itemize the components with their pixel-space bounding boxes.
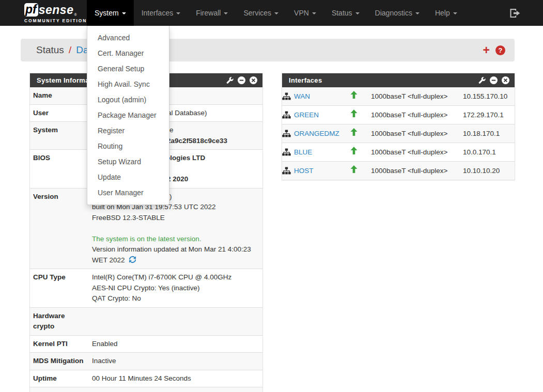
value-line: Version information updated at Mon Mar 2… [92, 244, 259, 255]
chevron-down-icon [415, 12, 420, 14]
sysinfo-row-current: CurrentMon Mar 21 4:10:40 WET 2022 [30, 387, 262, 392]
sysinfo-row-mds-mitigation: MDS MitigationInactive [30, 353, 262, 370]
row-label: Kernel PTI [30, 335, 92, 353]
row-label: Hardware crypto [30, 307, 92, 335]
nav-item-system[interactable]: System [87, 0, 134, 26]
interface-name-cell: ORANGEDMZ [282, 124, 350, 143]
menu-item-logout-admin[interactable]: Logout (admin) [87, 92, 169, 107]
interface-ip: 10.18.170.1 [463, 124, 515, 143]
interface-status-cell [350, 143, 371, 162]
breadcrumb-section: Status [36, 44, 64, 56]
sitemap-icon [282, 148, 291, 156]
panel-title: Interfaces [289, 76, 322, 84]
help-icon[interactable]: ? [495, 45, 505, 55]
interface-link-host[interactable]: HOST [294, 167, 314, 175]
close-icon[interactable] [502, 76, 509, 84]
value-line: Intel(R) Core(TM) i7-6700K CPU @ 4.00GHz [92, 272, 259, 283]
menu-item-general-setup[interactable]: General Setup [87, 61, 169, 76]
row-value: Enabled [92, 335, 262, 353]
interface-name-cell: WAN [282, 87, 350, 106]
pfsense-logo[interactable]: pfsense® COMMUNITY EDITION [0, 0, 87, 26]
logo-pf-badge: pf [24, 3, 38, 17]
row-label: BIOS [30, 150, 92, 189]
menu-item-user-manager[interactable]: User Manager [87, 185, 169, 200]
row-label: System [30, 122, 92, 150]
refresh-icon[interactable] [129, 256, 136, 263]
interface-link-orangedmz[interactable]: ORANGEDMZ [294, 130, 339, 137]
value-line [92, 311, 259, 322]
menu-item-advanced[interactable]: Advanced [87, 30, 169, 45]
menu-item-routing[interactable]: Routing [87, 138, 169, 154]
interface-link-blue[interactable]: BLUE [294, 148, 312, 156]
interface-ip: 10.0.170.1 [463, 143, 515, 162]
nav-item-diagnostics[interactable]: Diagnostics [367, 0, 427, 26]
nav-item-services[interactable]: Services [236, 0, 286, 26]
interface-link-wan[interactable]: WAN [294, 92, 310, 100]
interface-row-orangedmz: ORANGEDMZ1000baseT <full-duplex>10.18.17… [282, 124, 515, 143]
top-navbar: pfsense® COMMUNITY EDITION SystemInterfa… [0, 0, 543, 26]
sitemap-icon [282, 167, 291, 175]
interface-name-cell: GREEN [282, 106, 350, 124]
row-label: Uptime [30, 370, 92, 387]
sysinfo-row-hardware-crypto: Hardware crypto [30, 307, 262, 335]
minimize-icon[interactable] [238, 76, 245, 84]
interface-ip: 172.29.170.1 [463, 106, 515, 124]
interface-row-green: GREEN1000baseT <full-duplex>172.29.170.1 [282, 106, 515, 124]
interfaces-header: Interfaces [282, 73, 515, 87]
interface-status-cell [350, 87, 371, 106]
panel-actions [226, 76, 257, 84]
main-menu: SystemInterfacesFirewallServicesVPNStatu… [87, 0, 465, 26]
row-value: Mon Mar 21 4:10:40 WET 2022 [92, 387, 262, 392]
row-label: CPU Type [30, 269, 92, 308]
navbar-right [510, 0, 543, 26]
close-icon[interactable] [250, 76, 257, 84]
chevron-down-icon [224, 12, 228, 14]
interface-ip: 10.155.170.10 [463, 87, 515, 106]
wrench-icon[interactable] [226, 77, 234, 84]
interface-row-wan: WAN1000baseT <full-duplex>10.155.170.10 [282, 87, 515, 106]
menu-item-update[interactable]: Update [87, 169, 169, 185]
value-line: WET 2022 [92, 255, 259, 266]
value-line: QAT Crypto: No [92, 293, 259, 304]
nav-item-help[interactable]: Help [427, 0, 465, 26]
row-value: Intel(R) Core(TM) i7-6700K CPU @ 4.00GHz… [92, 269, 262, 308]
breadcrumb-separator: / [69, 44, 71, 56]
nav-item-firewall[interactable]: Firewall [188, 0, 236, 26]
interfaces-table: WAN1000baseT <full-duplex>10.155.170.10G… [282, 87, 515, 180]
add-widget-button[interactable]: + [483, 45, 490, 55]
wrench-icon[interactable] [478, 77, 486, 84]
logo-subtitle: COMMUNITY EDITION [24, 18, 87, 23]
row-label: User [30, 104, 92, 122]
interface-link-green[interactable]: GREEN [294, 111, 319, 119]
breadcrumb-actions: + ? [483, 45, 505, 55]
menu-item-setup-wizard[interactable]: Setup Wizard [87, 154, 169, 169]
sign-out-icon[interactable] [510, 9, 520, 18]
value-line: FreeBSD 12.3-STABLE [92, 213, 259, 224]
dashboard-content: System Information NameUseral Database)S… [0, 61, 543, 392]
menu-item-package-manager[interactable]: Package Manager [87, 107, 169, 123]
nav-item-status[interactable]: Status [324, 0, 367, 26]
nav-item-interfaces[interactable]: Interfaces [134, 0, 188, 26]
interface-speed: 1000baseT <full-duplex> [371, 87, 463, 106]
value-line: Inactive [92, 356, 259, 367]
interface-status-cell [350, 162, 371, 180]
chevron-down-icon [274, 12, 278, 14]
sitemap-icon [282, 92, 291, 100]
sitemap-icon [282, 130, 291, 137]
chevron-down-icon [355, 12, 360, 14]
interface-speed: 1000baseT <full-duplex> [371, 106, 463, 124]
row-label: MDS Mitigation [30, 353, 92, 370]
chevron-down-icon [312, 12, 316, 14]
arrow-up-icon [350, 92, 358, 100]
menu-item-register[interactable]: Register [87, 123, 169, 138]
menu-item-high-avail-sync[interactable]: High Avail. Sync [87, 76, 169, 92]
menu-item-cert-manager[interactable]: Cert. Manager [87, 45, 169, 61]
nav-item-vpn[interactable]: VPN [286, 0, 324, 26]
interface-speed: 1000baseT <full-duplex> [371, 162, 463, 180]
minimize-icon[interactable] [490, 76, 498, 84]
interface-name-cell: BLUE [282, 143, 350, 162]
system-dropdown-menu: AdvancedCert. ManagerGeneral SetupHigh A… [87, 26, 169, 205]
value-line: 00 Hour 11 Minutes 24 Seconds [92, 373, 259, 384]
sitemap-icon [282, 111, 291, 119]
panel-actions [478, 76, 509, 84]
